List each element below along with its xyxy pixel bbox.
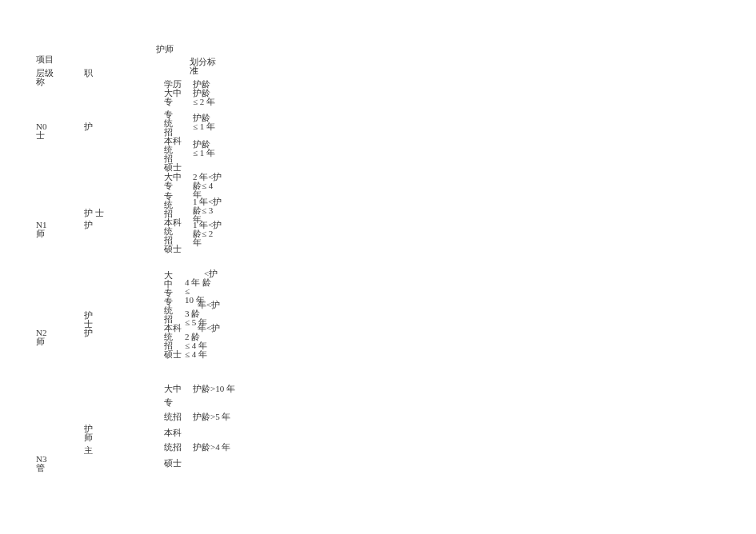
n3-r4-edu: 统招	[164, 442, 182, 452]
col-level-l2: 称	[36, 77, 45, 86]
n1-title1: 护 士	[84, 208, 104, 217]
n2-r3-age: 年<护	[198, 323, 220, 333]
n0-r3-age2: ≤ 1 年	[193, 148, 215, 157]
subtitle-l2: 准	[190, 66, 198, 75]
n0-title: 护	[84, 122, 93, 131]
title: 护师	[156, 44, 174, 54]
n3-r1-edu-l1: 大中	[164, 384, 182, 393]
n3-title2: 主	[84, 445, 93, 455]
n1-r3-age3: 年	[193, 237, 202, 247]
n1-id-l2: 师	[36, 229, 45, 238]
n1-r4-edu: 硕士	[164, 244, 182, 253]
n3-r1-edu-l2: 专	[164, 397, 173, 407]
col-title: 职	[84, 68, 93, 78]
n2-id-l2: 师	[36, 337, 45, 346]
n2-title2: 护	[84, 328, 93, 337]
n0-r1-edu-l2: 专	[164, 97, 173, 106]
n0-r1-age2: ≤ 2 年	[193, 97, 215, 106]
n3-r2-age: 护龄>5 年	[193, 412, 230, 421]
n1-r1-edu-l2: 专	[164, 181, 173, 190]
n3-id-l2: 管	[36, 463, 45, 472]
n3-r3-edu: 本科	[164, 428, 182, 437]
n2-r4-age: ≤ 4 年	[185, 349, 207, 359]
n2-r2-age: 年<护	[198, 300, 220, 309]
n3-r4-age: 护龄>4 年	[193, 442, 230, 452]
n0-r2-age2: ≤ 1 年	[193, 122, 215, 131]
n2-r4-edu: 硕士	[164, 349, 182, 359]
n3-r1-age: 护龄>10 年	[193, 384, 235, 393]
document-page: 护师 划分标 准 项目 层级 称 职 学历 护龄 大中 专 护龄 ≤ 2 年 专…	[36, 44, 720, 490]
n3-r5-edu: 硕士	[164, 458, 182, 468]
col-project: 项目	[36, 54, 54, 64]
n1-title2: 护	[84, 220, 93, 229]
n3-title1-l2: 师	[84, 432, 93, 442]
n0-id-l2: 士	[36, 130, 45, 140]
n0-r4-edu: 硕士	[164, 162, 182, 172]
n3-r2-edu: 统招	[164, 412, 182, 421]
